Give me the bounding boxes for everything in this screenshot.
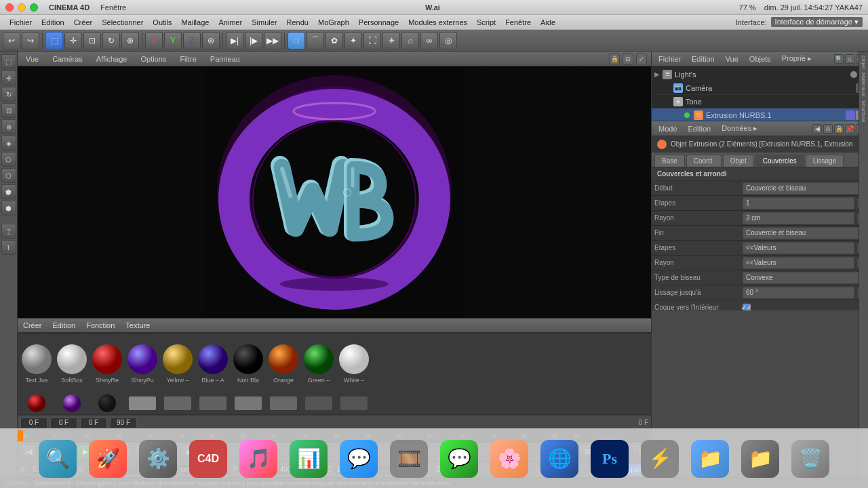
- dock-sys[interactable]: ⚙️: [134, 434, 182, 483]
- dock-trash[interactable]: 🗑️: [786, 434, 835, 483]
- mat-textjus[interactable]: Text Jus: [20, 343, 53, 384]
- close-button[interactable]: [5, 3, 14, 12]
- view-lock[interactable]: 🔒: [609, 54, 620, 64]
- dock-launchpad[interactable]: 🚀: [83, 434, 132, 483]
- lt-tool5[interactable]: ⬟: [1, 184, 16, 199]
- traffic-lights[interactable]: [5, 3, 38, 12]
- tab-couvercles[interactable]: Couvercles: [755, 155, 804, 167]
- mat-shinyred[interactable]: ShinyRe: [91, 343, 123, 384]
- cam-btn[interactable]: ⛶: [363, 32, 381, 49]
- spline-btn[interactable]: ✦: [344, 32, 362, 49]
- props-tab-edition[interactable]: Edition: [684, 123, 715, 134]
- lt-move[interactable]: ✛: [1, 70, 16, 85]
- lt-tool4[interactable]: ⬡: [1, 168, 16, 183]
- menu-edition[interactable]: Edition: [37, 17, 68, 28]
- obj-row-lights[interactable]: ▶ ☰ Light's: [652, 68, 868, 81]
- dock-c4d[interactable]: C4D: [184, 434, 233, 483]
- lt-tool7[interactable]: ⌶: [1, 224, 16, 239]
- dock-finder[interactable]: 🔍: [33, 434, 82, 483]
- props-search-icon[interactable]: A: [823, 124, 833, 134]
- current-frame[interactable]: 0 F: [20, 418, 47, 428]
- v-tab-objet[interactable]: Objet: [861, 54, 867, 70]
- view-full[interactable]: ⤢: [636, 54, 647, 64]
- ct-texture[interactable]: Texture: [125, 321, 150, 329]
- redo-btn[interactable]: ↪: [22, 32, 39, 49]
- mat-btn[interactable]: ∞: [420, 32, 438, 49]
- menu-aide[interactable]: Aide: [536, 17, 559, 28]
- start-frame[interactable]: 0 F: [50, 418, 77, 428]
- props-tab-donnees[interactable]: Données ▸: [717, 123, 762, 134]
- v-tab-mat[interactable]: Matériaux: [861, 71, 867, 98]
- menu-simuler[interactable]: Simuler: [248, 17, 281, 28]
- mat-r1[interactable]: [20, 394, 53, 413]
- obj-row-tone[interactable]: ◈ Tone: [652, 95, 868, 108]
- gen-btn[interactable]: ✿: [326, 32, 343, 49]
- mat-r6[interactable]: [197, 394, 229, 413]
- tag-btn[interactable]: ⌂: [401, 32, 419, 49]
- props-tab-mode[interactable]: Mode: [654, 123, 682, 134]
- prop-dd-biseau[interactable]: Convexe: [743, 272, 865, 284]
- obj-tab-fichier[interactable]: Fichier: [654, 54, 685, 64]
- mat-green[interactable]: Green –: [302, 343, 335, 384]
- mat-shinypurple[interactable]: ShinyPu: [126, 343, 159, 384]
- ct-creer[interactable]: Créer: [23, 321, 42, 329]
- mat-orange[interactable]: Orange: [267, 343, 300, 384]
- light-btn[interactable]: ☀: [382, 32, 400, 49]
- menu-animer[interactable]: Animer: [214, 17, 246, 28]
- v-tab-struct[interactable]: Structure: [861, 99, 867, 123]
- anim-btn[interactable]: ▶|: [226, 32, 243, 49]
- obj-row-camera[interactable]: 📷 Caméra: [652, 81, 868, 95]
- menu-modules[interactable]: Modules externes: [404, 17, 471, 28]
- dock-folder1[interactable]: 📁: [686, 434, 734, 483]
- lt-tool1[interactable]: ⊕: [1, 119, 16, 134]
- obj-tab-proprie[interactable]: Proprié ▸: [778, 53, 816, 64]
- prop-in-rayon2[interactable]: <<Valeurs: [743, 257, 854, 269]
- mat-r7[interactable]: [232, 394, 264, 413]
- obj-tab-objets[interactable]: Objets: [745, 54, 775, 64]
- ct-fonction[interactable]: Fonction: [86, 321, 115, 329]
- menu-selectionner[interactable]: Sélectionner: [98, 17, 147, 28]
- menu-script[interactable]: Script: [473, 17, 500, 28]
- dock-folder2[interactable]: 📁: [736, 434, 785, 483]
- maximize-button[interactable]: [30, 3, 38, 12]
- view-tab-options[interactable]: Options: [136, 54, 170, 64]
- rotate-btn[interactable]: ↻: [102, 32, 120, 49]
- dock-ps[interactable]: Ps: [585, 434, 634, 483]
- dock-itunes[interactable]: 🎵: [234, 434, 283, 483]
- menu-outils[interactable]: Outils: [149, 17, 176, 28]
- dock-activity[interactable]: 📊: [284, 434, 333, 483]
- view-tab-cameras[interactable]: Caméras: [48, 54, 87, 64]
- view-snap[interactable]: ⊡: [623, 54, 633, 64]
- prop-in-lissage[interactable]: 60 °: [743, 287, 854, 299]
- x-axis-btn[interactable]: X: [145, 32, 163, 49]
- prop-dd-debut[interactable]: Couvercle et biseau: [743, 182, 865, 195]
- lt-tool3[interactable]: ⬠: [1, 152, 16, 167]
- prop-in-rayon1[interactable]: 3 cm: [743, 212, 854, 224]
- mat-r10[interactable]: [338, 394, 370, 413]
- dock-msgs[interactable]: 💬: [435, 434, 484, 483]
- mat-yellow[interactable]: Yellow –: [161, 343, 194, 384]
- lt-tool8[interactable]: ⌇: [1, 240, 16, 255]
- mat-softbox[interactable]: SoftBox: [56, 343, 88, 384]
- mat-blue[interactable]: Blue – A: [197, 343, 229, 384]
- lt-scale[interactable]: ⊡: [1, 103, 16, 118]
- multi-btn[interactable]: ⊕: [121, 32, 139, 49]
- dock-c4d2[interactable]: 🎞️: [384, 434, 433, 483]
- obj-row-extrusion1[interactable]: ⊡ Extrusion NURBS.1: [652, 108, 868, 121]
- lt-select[interactable]: ⬚: [1, 54, 16, 69]
- view-tab-panneau[interactable]: Panneau: [206, 54, 244, 64]
- menu-mograph[interactable]: MoGraph: [314, 17, 353, 28]
- interface-selector[interactable]: Interface: Interface de démarrage ▾: [736, 17, 863, 27]
- obj-btn[interactable]: □: [288, 32, 305, 49]
- props-lock-icon[interactable]: 🔒: [834, 124, 844, 134]
- lt-tool2[interactable]: ◈: [1, 136, 16, 150]
- mat-r8[interactable]: [267, 394, 300, 413]
- undo-btn[interactable]: ↩: [3, 32, 20, 49]
- prop-in-etapes2[interactable]: <<Valeurs: [743, 242, 854, 254]
- dock-c3d[interactable]: 🌐: [535, 434, 584, 483]
- deform-btn[interactable]: ⌒: [307, 32, 324, 49]
- menu-fenetre[interactable]: Fenêtre: [501, 17, 535, 28]
- prop-dd-fin[interactable]: Couvercle et biseau: [743, 227, 865, 239]
- view-tab-affichage[interactable]: Affichage: [92, 54, 132, 64]
- lt-rotate[interactable]: ↻: [1, 87, 16, 102]
